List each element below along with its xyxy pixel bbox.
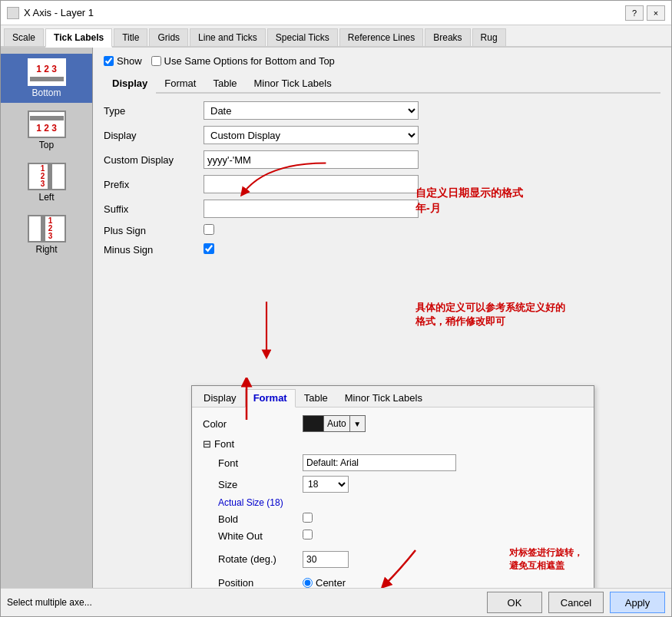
font-input[interactable] [303, 454, 456, 471]
tab-rug[interactable]: Rug [472, 28, 506, 46]
inner-tab-display[interactable]: Display [104, 74, 156, 94]
float-tab-minor-tick-labels[interactable]: Minor Tick Labels [336, 389, 431, 407]
rotate-label: Rotate (deg.) [218, 553, 303, 565]
same-options-checkbox[interactable] [151, 56, 161, 66]
tab-tick-labels[interactable]: Tick Labels [45, 28, 112, 48]
font-section-header: ⊟ Font [203, 438, 583, 450]
position-center-row: Center [303, 577, 583, 588]
custom-display-label: Custom Display [104, 154, 204, 166]
tab-scale[interactable]: Scale [4, 28, 44, 46]
show-checkbox-row: Show [104, 55, 142, 67]
display-select[interactable]: Custom Display Auto yyyy-MM MM/dd/yyyy [204, 126, 419, 144]
font-row: Font [203, 454, 583, 471]
color-label: Color [203, 418, 303, 430]
suffix-row: Suffix [104, 200, 660, 218]
position-center-radio[interactable] [303, 578, 313, 588]
custom-display-row: Custom Display [104, 150, 660, 169]
display-form: Type Date Numeric Text Category Display [104, 101, 660, 256]
tab-reference-lines[interactable]: Reference Lines [339, 28, 423, 46]
main-content: 1 2 3 Bottom 1 2 3 Top 1 2 [1, 48, 671, 588]
size-control: 8 9 10 12 14 16 18 20 24 [303, 476, 583, 493]
sidebar-label-left: Left [38, 192, 54, 203]
bold-checkbox[interactable] [303, 513, 313, 523]
position-control: Center Center between Ticks Next to Tick… [303, 577, 583, 588]
color-dropdown-button[interactable]: ▼ [350, 415, 366, 432]
position-row: Position Center Center between Ticks [203, 577, 583, 588]
sidebar-item-bottom[interactable]: 1 2 3 Bottom [1, 54, 92, 103]
plus-sign-label: Plus Sign [104, 225, 204, 236]
status-text: Select multiple axe... [7, 597, 92, 608]
tab-grids[interactable]: Grids [149, 28, 188, 46]
rotate-input[interactable] [303, 551, 349, 568]
action-buttons: OK Cancel Apply [487, 592, 665, 613]
show-options-row: Show Use Same Options for Bottom and Top [104, 55, 660, 67]
suffix-label: Suffix [104, 203, 204, 215]
custom-display-input[interactable] [204, 150, 419, 169]
color-row: Color Auto ▼ [203, 415, 583, 432]
tab-breaks[interactable]: Breaks [425, 28, 470, 46]
size-label: Size [218, 479, 303, 490]
plus-sign-row: Plus Sign [104, 224, 660, 237]
tab-special-ticks[interactable]: Special Ticks [267, 28, 338, 46]
close-button[interactable]: × [647, 5, 665, 21]
dialog-icon [7, 7, 19, 19]
cancel-button[interactable]: Cancel [548, 592, 604, 613]
white-out-label: White Out [218, 530, 303, 542]
same-options-label: Use Same Options for Bottom and Top [164, 55, 335, 67]
font-collapse-icon[interactable]: ⊟ [203, 438, 211, 450]
tab-line-and-ticks[interactable]: Line and Ticks [190, 28, 266, 46]
bold-row: Bold [203, 513, 583, 525]
sidebar-item-top[interactable]: 1 2 3 Top [1, 106, 92, 155]
sidebar-item-left[interactable]: 1 2 3 Left [1, 158, 92, 207]
inner-tab-minor-tick-labels[interactable]: Minor Tick Labels [246, 74, 340, 92]
position-center-label: Center [316, 577, 346, 588]
suffix-control [204, 200, 419, 218]
type-select[interactable]: Date Numeric Text Category [204, 101, 419, 120]
show-checkbox[interactable] [104, 56, 114, 66]
inner-tab-table[interactable]: Table [204, 74, 245, 92]
minus-sign-checkbox[interactable] [204, 243, 214, 254]
inner-tab-format[interactable]: Format [156, 74, 204, 92]
title-bar-left: X Axis - Layer 1 [7, 7, 94, 19]
same-options-checkbox-row: Use Same Options for Bottom and Top [151, 55, 335, 67]
sidebar-item-right[interactable]: 1 2 3 Right [1, 210, 92, 259]
suffix-input[interactable] [204, 200, 419, 218]
float-panel: Display Format Table Minor Tick Labels C… [191, 385, 594, 588]
type-label: Type [104, 105, 204, 117]
left-icon: 1 2 3 [28, 163, 66, 190]
ok-button[interactable]: OK [487, 592, 542, 613]
annotation-format: 具体的定义可以参考系统定义好的格式，稍作修改即可 [415, 301, 565, 328]
white-out-row: White Out [203, 530, 583, 542]
position-label: Position [218, 577, 303, 588]
plus-sign-checkbox[interactable] [204, 224, 214, 235]
font-section-label: Font [214, 438, 234, 450]
inner-tabs: Display Format Table Minor Tick Labels [104, 74, 660, 94]
color-swatch[interactable] [303, 415, 324, 432]
prefix-row: Prefix [104, 175, 660, 193]
tab-title[interactable]: Title [114, 28, 147, 46]
bold-label: Bold [218, 513, 303, 525]
float-tab-display[interactable]: Display [195, 389, 245, 407]
white-out-checkbox[interactable] [303, 530, 313, 539]
actual-size-link[interactable]: Actual Size (18) [218, 497, 583, 508]
apply-button[interactable]: Apply [610, 592, 665, 613]
prefix-label: Prefix [104, 179, 204, 190]
prefix-input[interactable] [204, 175, 419, 193]
bottom-icon: 1 2 3 [28, 58, 66, 86]
bold-control [303, 513, 583, 525]
display-control: Custom Display Auto yyyy-MM MM/dd/yyyy [204, 126, 419, 144]
size-select[interactable]: 8 9 10 12 14 16 18 20 24 [303, 476, 349, 493]
float-panel-content: Color Auto ▼ ⊟ Font Font [192, 407, 594, 588]
bottom-section: Select multiple axe... OK Cancel Apply [1, 588, 671, 616]
help-button[interactable]: ? [625, 5, 644, 21]
type-control: Date Numeric Text Category [204, 101, 419, 120]
top-icon: 1 2 3 [28, 111, 66, 138]
right-icon: 1 2 3 [28, 215, 66, 243]
sidebar: 1 2 3 Bottom 1 2 3 Top 1 2 [1, 48, 93, 588]
main-dialog: X Axis - Layer 1 ? × Scale Tick Labels T… [0, 0, 672, 617]
float-tab-format[interactable]: Format [245, 389, 296, 407]
font-control [303, 454, 583, 471]
float-tab-table[interactable]: Table [296, 389, 336, 407]
title-bar-buttons: ? × [625, 5, 665, 21]
color-name-button[interactable]: Auto [324, 415, 350, 432]
